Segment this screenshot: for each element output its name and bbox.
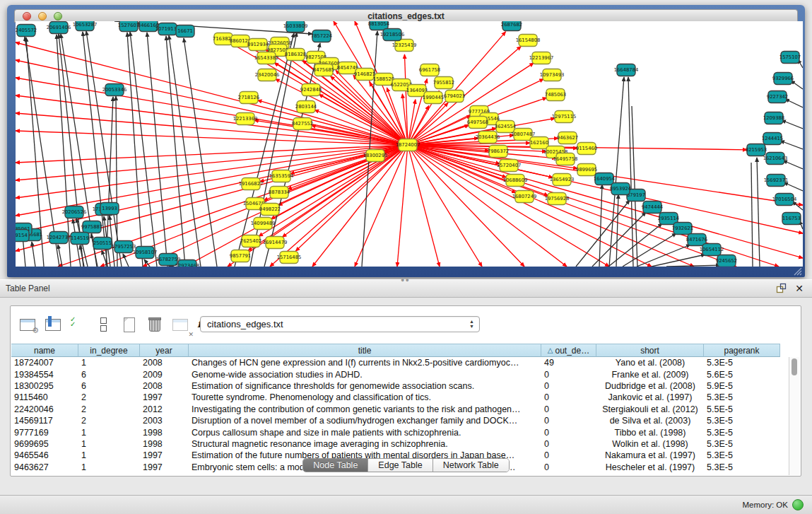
delete-column-button[interactable] xyxy=(145,316,166,334)
graph-node[interactable]: 6961758 xyxy=(419,64,440,76)
graph-node[interactable]: 16495758 xyxy=(553,153,578,165)
table-cell[interactable]: 2008 xyxy=(140,381,189,391)
graph-edge[interactable] xyxy=(408,145,440,267)
zoom-window-button[interactable] xyxy=(54,12,62,21)
graph-edge[interactable] xyxy=(757,158,760,267)
table-mode-button[interactable]: ⚙ xyxy=(18,316,39,334)
table-cell[interactable]: Stergiakouli et al. (2012) xyxy=(596,404,704,414)
graph-node[interactable]: 7625402 xyxy=(240,235,261,247)
table-cell[interactable]: 49 xyxy=(541,358,596,368)
graph-edge[interactable] xyxy=(408,145,803,258)
table-row[interactable]: 969969511998Structural magnetic resonanc… xyxy=(11,438,782,450)
graph-edge[interactable] xyxy=(609,77,624,267)
graph-node[interactable]: 16648784 xyxy=(614,64,639,76)
table-cell[interactable]: 0 xyxy=(541,370,596,380)
graph-edge[interactable] xyxy=(16,113,408,145)
table-row[interactable]: 2242004622012Investigating the contribut… xyxy=(11,404,782,415)
table-cell[interactable]: 5.9E-5 xyxy=(704,381,780,391)
graph-edge[interactable] xyxy=(783,160,803,169)
graph-node[interactable]: 10653287 xyxy=(73,21,98,31)
graph-node[interactable]: 12975115 xyxy=(552,111,577,123)
table-cell[interactable]: 1998 xyxy=(140,428,189,438)
tab-node-table[interactable]: Node Table xyxy=(303,459,367,472)
tab-network-table[interactable]: Network Table xyxy=(433,459,509,472)
graph-node[interactable]: 7955812 xyxy=(433,77,454,89)
graph-node[interactable]: 1575107 xyxy=(779,52,801,64)
table-cell[interactable]: Corpus callosum shape and size in male p… xyxy=(189,428,541,438)
column-header-year[interactable]: year xyxy=(140,344,189,357)
network-canvas[interactable]: 1872400718300295716382288601288912934232… xyxy=(16,21,803,267)
column-header-out_de[interactable]: △out_de… xyxy=(541,344,596,357)
graph-node[interactable]: 7857224 xyxy=(311,30,332,42)
graph-edge[interactable] xyxy=(628,77,633,267)
graph-node[interactable]: 2803144 xyxy=(295,101,317,113)
table-cell[interactable]: 1 xyxy=(78,428,140,438)
graph-node[interactable]: 9463627 xyxy=(557,132,578,144)
scrollbar-thumb[interactable] xyxy=(792,358,797,375)
graph-node[interactable]: 15720407 xyxy=(497,160,522,172)
table-cell[interactable]: Structural magnetic resonance image aver… xyxy=(189,439,541,449)
delete-table-button[interactable]: ✕ xyxy=(170,316,192,334)
graph-node[interactable]: 9146821 xyxy=(354,69,375,81)
table-row[interactable]: 1938455462009Genome-wide association stu… xyxy=(11,368,782,380)
graph-edge[interactable] xyxy=(652,255,705,267)
graph-node[interactable]: 116753 xyxy=(782,213,801,225)
graph-node[interactable]: 16154808 xyxy=(516,35,541,47)
resize-grip-icon[interactable] xyxy=(793,268,803,276)
graph-edge[interactable] xyxy=(408,115,471,145)
close-window-button[interactable] xyxy=(23,12,31,21)
column-header-title[interactable]: title xyxy=(189,344,541,357)
graph-edge[interactable] xyxy=(130,32,157,267)
table-row[interactable]: 1830029562008Estimation of significance … xyxy=(11,380,782,392)
split-pane-handle[interactable]: ●● xyxy=(401,276,410,284)
table-cell[interactable]: 5.5E-5 xyxy=(704,404,780,414)
graph-edge[interactable] xyxy=(397,145,408,267)
column-visibility-button[interactable]: ✓✓ xyxy=(69,316,90,334)
graph-edge[interactable] xyxy=(637,245,690,267)
graph-node[interactable]: 16671 xyxy=(176,25,194,37)
table-cell[interactable]: 22420046 xyxy=(11,404,78,414)
vertical-scrollbar[interactable] xyxy=(789,357,800,475)
memory-status-indicator[interactable] xyxy=(792,499,804,510)
table-cell[interactable]: 0 xyxy=(541,428,596,438)
table-cell[interactable]: 2008 xyxy=(140,358,189,368)
graph-node[interactable]: 19218506 xyxy=(380,29,405,41)
select-columns-button[interactable] xyxy=(43,316,64,334)
table-cell[interactable]: 1 xyxy=(78,439,140,449)
table-cell[interactable]: 0 xyxy=(541,392,596,402)
graph-node[interactable]: 114519 xyxy=(71,233,89,245)
graph-node[interactable]: 19166827 xyxy=(239,178,264,190)
table-cell[interactable]: Yano et al. (2008) xyxy=(596,358,704,368)
minimize-window-button[interactable] xyxy=(38,12,47,21)
table-cell[interactable]: Estimation of significance thresholds fo… xyxy=(189,381,541,391)
graph-edge[interactable] xyxy=(785,99,803,107)
graph-edge[interactable] xyxy=(166,36,185,267)
table-cell[interactable]: 9777169 xyxy=(11,428,78,438)
graph-node[interactable]: 8878334 xyxy=(269,187,290,199)
column-header-pagerank[interactable]: pagerank xyxy=(704,344,780,357)
graph-node[interactable]: 13993 xyxy=(100,203,119,215)
table-cell[interactable]: 2003 xyxy=(140,416,189,426)
table-row[interactable]: 977716911998Corpus callosum shape and si… xyxy=(11,426,782,438)
graph-edge[interactable] xyxy=(16,145,408,180)
table-cell[interactable]: Franke et al. (2009) xyxy=(596,370,704,380)
create-column-button[interactable] xyxy=(119,316,141,334)
graph-node[interactable]: 1209388 xyxy=(763,112,784,124)
graph-node[interactable]: 3475685 xyxy=(313,64,334,76)
table-cell[interactable]: 18724007 xyxy=(11,358,78,368)
table-cell[interactable]: 19384554 xyxy=(11,370,78,380)
table-cell[interactable]: 2012 xyxy=(140,404,189,414)
graph-node[interactable]: 1527607 xyxy=(118,21,139,32)
table-cell[interactable]: 5.3E-5 xyxy=(704,439,780,449)
graph-node[interactable]: 17016504 xyxy=(772,194,797,206)
graph-node[interactable]: 6497568 xyxy=(467,117,488,129)
table-row[interactable]: 911546021997Tourette syndrome. Phenomeno… xyxy=(11,392,782,403)
graph-node[interactable]: 19756928 xyxy=(545,193,570,205)
graph-node[interactable]: 6794023 xyxy=(444,90,465,103)
graph-node[interactable]: 9242848 xyxy=(300,84,322,96)
float-panel-icon[interactable] xyxy=(776,283,787,293)
graph-node[interactable]: 7986372 xyxy=(488,146,509,158)
graph-edge[interactable] xyxy=(782,120,803,129)
table-cell[interactable]: de Silva et al. (2003) xyxy=(596,416,704,426)
graph-node[interactable]: 10688609 xyxy=(503,175,528,187)
